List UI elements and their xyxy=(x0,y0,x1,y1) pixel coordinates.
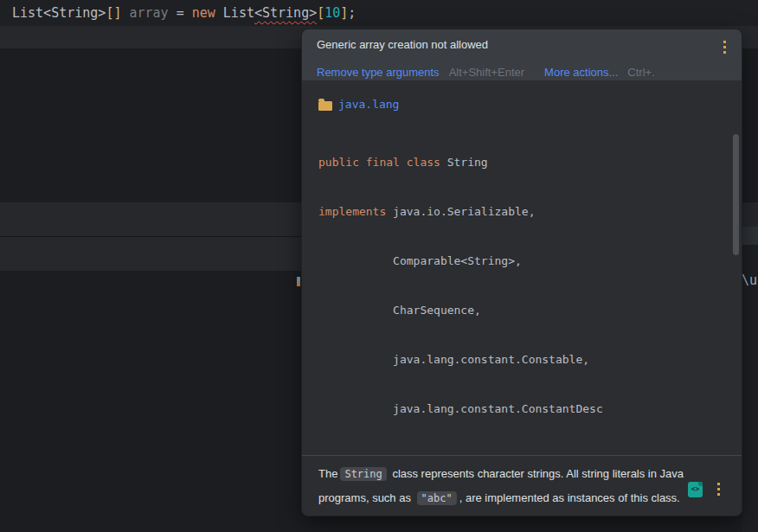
error-documentation-popup: Generic array creation not allowed Remov… xyxy=(301,29,742,516)
package-row: java.lang xyxy=(318,98,714,111)
occluded-code-fragment: \u xyxy=(742,272,757,288)
quick-fix-shortcut: Alt+Shift+Enter xyxy=(449,66,524,79)
ide-screen: List<String>[] array = new List<String>[… xyxy=(0,0,758,532)
doc-text: The xyxy=(318,467,337,480)
class-signature-line: java.lang.constant.ConstantDesc xyxy=(318,401,714,417)
folder-icon xyxy=(318,101,332,111)
class-signature-line: public final class String xyxy=(318,154,714,170)
occluded-code-fragment xyxy=(297,277,300,286)
doc-paragraph: Strings are constant; their values canno… xyxy=(318,515,714,516)
doc-scrollbar-thumb[interactable] xyxy=(733,134,739,255)
documentation-panel: java.lang public final class String impl… xyxy=(302,80,742,516)
doc-footer-toolbar xyxy=(688,480,723,498)
quick-fix-link[interactable]: Remove type arguments xyxy=(317,66,440,79)
class-signature-line: CharSequence, xyxy=(318,302,714,318)
more-actions-link[interactable]: More actions... xyxy=(544,66,618,79)
doc-divider xyxy=(302,455,742,456)
file-code-icon[interactable] xyxy=(688,482,703,497)
package-link[interactable]: java.lang xyxy=(338,98,399,111)
error-banner: Generic array creation not allowed Remov… xyxy=(302,29,742,80)
kebab-menu-icon[interactable] xyxy=(720,38,729,56)
editor-background-band xyxy=(742,227,758,245)
class-signature-line: Comparable<String>, xyxy=(318,253,714,269)
kebab-menu-icon[interactable] xyxy=(714,480,723,498)
class-signature: public final class String implements jav… xyxy=(318,121,714,450)
class-signature-line: java.lang.constant.Constable, xyxy=(318,351,714,368)
inline-code-chip: "abc" xyxy=(417,491,457,505)
doc-text: , are implemented as instances of this c… xyxy=(459,491,680,504)
inline-code-chip: String xyxy=(340,467,386,481)
error-message: Generic array creation not allowed xyxy=(317,38,488,51)
editor-code-line[interactable]: List<String>[] array = new List<String>[… xyxy=(12,3,356,22)
more-actions-shortcut: Ctrl+. xyxy=(627,66,654,79)
doc-paragraph: TheString class represents character str… xyxy=(318,462,714,510)
class-signature-line: implements java.io.Serializable, xyxy=(318,203,714,220)
